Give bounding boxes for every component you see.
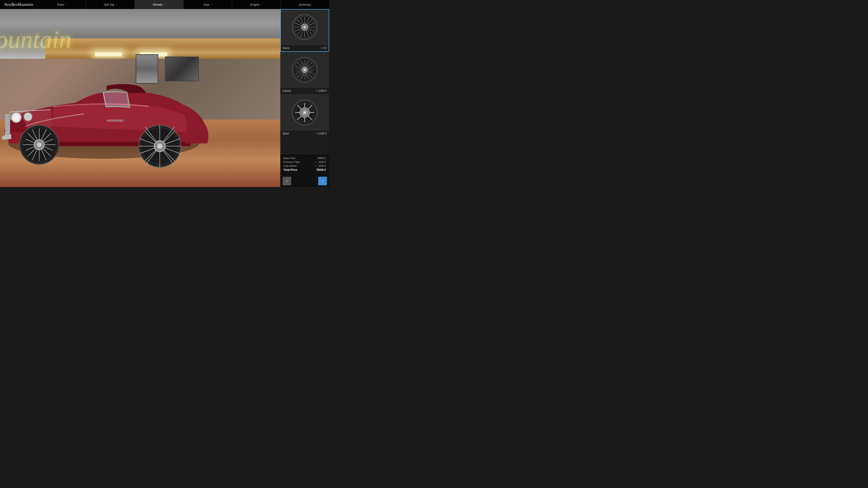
wheel-stock-price: + 0 € — [321, 46, 327, 50]
svg-point-50 — [303, 26, 306, 29]
wheel-classic-image — [280, 52, 329, 88]
price-summary: Base Price 76000 € Premium Paint + 1500 … — [280, 154, 329, 175]
nav-seat-label: Seat — [203, 3, 209, 6]
summary-row-seat: Seat leather + 1000 € — [283, 164, 326, 167]
wheel-options-list: Stock + 0 € — [280, 9, 329, 154]
nav-engine-label: Engine — [250, 3, 259, 6]
nav-summary-label: Summary — [299, 3, 311, 6]
nav-paint-label: Paint — [57, 3, 64, 6]
wheel-stock-image — [280, 9, 329, 45]
svg-point-11 — [13, 114, 20, 121]
svg-point-66 — [304, 69, 306, 71]
total-price-label: Total Price — [283, 168, 297, 171]
chevron-right-icon: › — [261, 3, 262, 6]
wheel-stock-name: Stock — [283, 46, 289, 50]
right-panel: Stock + 0 € — [280, 9, 329, 187]
nav-softtop-label: Soft Top — [104, 3, 114, 6]
wheel-option-sport[interactable]: Sport + 2000 € — [280, 94, 329, 137]
svg-point-75 — [303, 111, 306, 114]
seat-price-value: 1000 € — [318, 164, 326, 167]
wheel-sport-label: Sport + 2000 € — [280, 131, 329, 137]
nav-item-summary[interactable]: Summary — [281, 0, 329, 9]
wheel-option-stock[interactable]: Stock + 0 € — [280, 9, 329, 52]
wheel-sport-image — [280, 94, 329, 131]
paint-price-plus: + — [315, 161, 316, 163]
nav-item-engine[interactable]: Engine › — [232, 0, 281, 9]
svg-point-25 — [37, 142, 41, 147]
chevron-right-icon: › — [211, 3, 212, 6]
chevron-right-icon: › — [164, 3, 165, 6]
logo: NewBeeMountain — [0, 2, 37, 7]
car-viewport: ountain — [0, 9, 280, 187]
seat-price-plus: + — [315, 164, 316, 167]
navigation-buttons: ‹ › — [280, 175, 329, 187]
prev-button[interactable]: ‹ — [283, 177, 291, 185]
total-price-value: 78500 € — [316, 168, 326, 171]
nav-items: Paint › Soft Top › Wheels › Seat › Engin… — [37, 0, 329, 9]
nav-wheels-label: Wheels — [153, 3, 162, 6]
nav-item-softtop[interactable]: Soft Top › — [86, 0, 134, 9]
next-button[interactable]: › — [318, 177, 327, 185]
wheel-classic-label: Classic + 1000 € — [280, 88, 329, 94]
svg-point-12 — [24, 112, 32, 121]
chevron-right-icon: › — [116, 3, 117, 6]
chevron-right-icon: › — [66, 3, 66, 6]
base-price-label: Base Price — [283, 157, 296, 160]
paint-price-label: Premium Paint — [283, 161, 300, 163]
svg-rect-38 — [106, 120, 123, 122]
summary-row-base: Base Price 76000 € — [283, 157, 326, 160]
paint-price-value: 1500 € — [318, 161, 326, 163]
base-price-value: 76000 € — [317, 157, 326, 160]
car-illustration — [0, 36, 238, 178]
nav-item-paint[interactable]: Paint › — [37, 0, 86, 9]
top-navigation: NewBeeMountain Paint › Soft Top › Wheels… — [0, 0, 329, 9]
wheel-sport-name: Sport — [283, 132, 289, 135]
svg-point-37 — [157, 144, 162, 149]
wheel-option-classic[interactable]: Classic + 1000 € — [280, 52, 329, 94]
nav-item-wheels[interactable]: Wheels › — [134, 0, 183, 9]
wheel-sport-price: + 2000 € — [316, 132, 327, 135]
summary-row-paint: Premium Paint + 1500 € — [283, 161, 326, 163]
wheel-stock-label: Stock + 0 € — [280, 45, 329, 52]
car-scene: ountain — [0, 9, 280, 187]
wheel-classic-name: Classic — [283, 89, 291, 92]
summary-row-total: Total Price 78500 € — [283, 168, 326, 171]
wheel-classic-price: + 1000 € — [316, 89, 327, 92]
nav-item-seat[interactable]: Seat › — [183, 0, 232, 9]
seat-price-label: Seat leather — [283, 164, 297, 167]
